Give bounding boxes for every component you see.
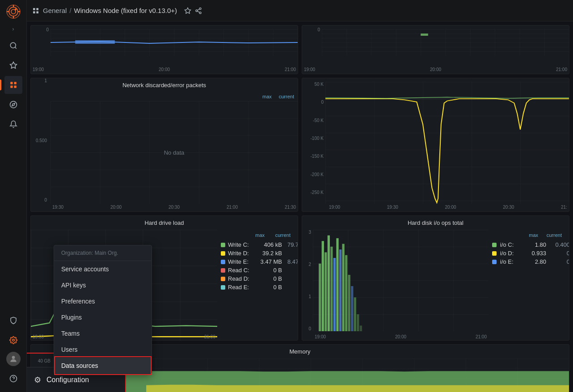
header: General / Windows Node (fixed for v0.13.…	[27, 0, 573, 21]
sidebar-item-explore[interactable]	[4, 96, 22, 114]
hd-dot-reade	[221, 285, 225, 290]
io-legend: max current i/o C: 1.80 0.400 i/o D:	[489, 230, 569, 340]
panel-network: Network discarded/error packets max curr…	[30, 78, 298, 212]
io-row-c: i/o C: 1.80 0.400	[492, 240, 565, 249]
svg-marker-10	[10, 62, 17, 68]
sidebar-toggle[interactable]: ›	[4, 23, 22, 34]
breadcrumb: General / Windows Node (fixed for v0.13.…	[43, 7, 177, 14]
io-label-e: i/o E:	[500, 258, 522, 265]
y-label: 0.500	[31, 138, 47, 143]
sidebar-item-help[interactable]	[4, 370, 22, 388]
config-menu-api-keys[interactable]: API keys	[54, 277, 152, 293]
x-label: 19:00	[304, 67, 315, 72]
io-dot-d	[492, 251, 497, 256]
svg-rect-33	[322, 29, 569, 56]
config-menu-users[interactable]: Users	[54, 341, 152, 358]
hd-val2-writec: 79.7 kB	[285, 241, 298, 248]
config-org: Organization: Main Org.	[54, 245, 152, 261]
hd-row-readd: Read D: 0 B 0 B	[221, 274, 294, 283]
svg-rect-14	[14, 86, 16, 88]
x-label: 21:00	[556, 67, 567, 72]
svg-point-28	[199, 12, 201, 13]
svg-rect-49	[345, 255, 347, 331]
config-menu: Organization: Main Org. Service accounts…	[54, 245, 152, 374]
io-label-d: i/o D:	[500, 250, 522, 257]
svg-line-9	[15, 47, 16, 48]
avatar[interactable]	[6, 352, 21, 366]
hd-dot-writee	[221, 260, 225, 264]
hd-label-writec: Write C:	[228, 241, 255, 248]
svg-rect-53	[357, 314, 359, 331]
sidebar-item-dashboards[interactable]	[4, 76, 22, 94]
panel-network-right: 50 K 0 -50 K -100 K -150 K -200 K -250 K	[302, 78, 569, 212]
svg-rect-36	[325, 82, 569, 204]
svg-point-8	[10, 42, 16, 48]
col-current-io: current	[542, 232, 562, 238]
config-menu-preferences[interactable]: Preferences	[54, 293, 152, 309]
config-menu-teams[interactable]: Teams	[54, 325, 152, 341]
hd-row-reade: Read E: 0 B 0 B	[221, 283, 294, 291]
sidebar-item-search[interactable]	[4, 37, 22, 55]
svg-rect-43	[328, 236, 330, 331]
config-menu-plugins[interactable]: Plugins	[54, 309, 152, 325]
svg-line-29	[198, 11, 200, 13]
svg-point-7	[15, 8, 17, 10]
x-label: 21:	[561, 205, 567, 210]
svg-rect-23	[33, 11, 35, 13]
star-button[interactable]	[184, 7, 191, 14]
svg-rect-21	[33, 8, 35, 10]
y-axis-right: 50 K 0 -50 K -100 K -150 K -200 K -250 K	[302, 82, 325, 204]
svg-point-15	[10, 101, 17, 108]
y-label: -200 K	[304, 172, 324, 177]
col-max-io: max	[518, 232, 538, 238]
hard-load-legend: max current Write C: 406 kB 79.7 kB Writ…	[217, 230, 298, 340]
config-menu-data-sources[interactable]: Data sources	[54, 358, 152, 374]
breadcrumb-home[interactable]: General	[43, 7, 67, 14]
x-label: 20:00	[159, 67, 170, 72]
config-gear-icon: ⚙	[34, 375, 41, 385]
y-label: 0	[302, 326, 311, 331]
main-content: General / Windows Node (fixed for v0.13.…	[27, 0, 573, 392]
y-label: 40 GB	[33, 358, 51, 363]
y-axis: 1 0.500 0	[31, 78, 49, 202]
hd-row-readc: Read C: 0 B 0 B	[221, 266, 294, 274]
grafana-logo[interactable]	[5, 4, 21, 20]
panel-top-right: 0 19:00 20:00 21:00	[302, 25, 569, 74]
svg-rect-51	[351, 286, 353, 331]
svg-rect-54	[360, 325, 362, 331]
x-label: 20:00	[110, 205, 122, 210]
sidebar-item-shield[interactable]	[4, 312, 22, 329]
svg-rect-13	[10, 86, 13, 88]
panel-hard-disk: Hard disk i/o ops total 3 2 1 0	[302, 215, 569, 341]
x-label: 21:00	[476, 334, 487, 339]
sidebar-item-alerting[interactable]	[4, 115, 22, 133]
y-label: -250 K	[304, 190, 324, 195]
svg-rect-47	[339, 249, 341, 331]
sidebar-item-configuration[interactable]	[4, 331, 22, 349]
no-data: No data	[164, 149, 185, 156]
hd-row-writed: Write D: 39.2 kB 0 B	[221, 249, 294, 257]
dashboard-title: Windows Node (fixed for v0.13.0+)	[74, 7, 177, 14]
hd-val2-readc: 0 B	[285, 267, 298, 274]
config-menu-service-accounts[interactable]: Service accounts	[54, 261, 152, 277]
hd-val-readc: 0 B	[257, 267, 282, 274]
hd-label-readc: Read C:	[228, 267, 255, 274]
io-row-e: i/o E: 2.80 0	[492, 257, 565, 266]
share-button[interactable]	[195, 7, 202, 14]
y-label: -150 K	[304, 154, 324, 159]
svg-rect-44	[330, 247, 333, 331]
svg-marker-16	[12, 103, 14, 106]
io-val2-d: 0	[550, 250, 569, 257]
x-label: 20:00	[430, 67, 441, 72]
svg-point-18	[12, 356, 15, 359]
hd-dot-writec	[221, 243, 225, 247]
svg-rect-12	[14, 82, 16, 84]
panel-top-left: 0 19:00 20:00 21:0	[30, 25, 298, 74]
svg-point-27	[196, 10, 198, 12]
network-legend: max current	[31, 92, 298, 101]
svg-rect-41	[322, 241, 324, 331]
sidebar-item-starred[interactable]	[4, 56, 22, 74]
legend-current: current	[279, 94, 294, 99]
hd-row-writee: Write E: 3.47 MB 8.47 kB	[221, 257, 294, 266]
svg-rect-40	[319, 264, 321, 331]
